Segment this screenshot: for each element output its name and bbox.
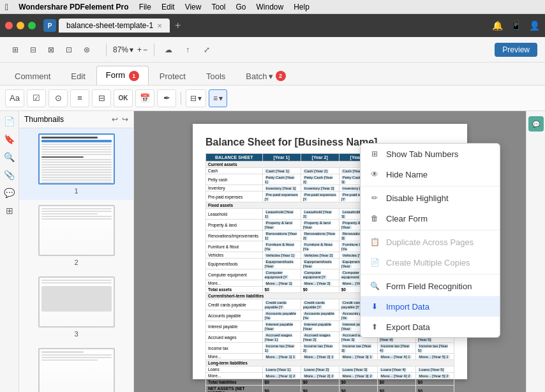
tab-batch[interactable]: Batch ▾ 2	[236, 66, 295, 85]
row-loans: Loans	[206, 366, 263, 373]
show-tab-numbers-icon: ⊞	[370, 149, 380, 159]
duplicate-icon: 📋	[370, 237, 380, 247]
close-button[interactable]	[5, 22, 13, 29]
right-sidebar-chat-button[interactable]: 💬	[528, 116, 544, 132]
user-icon[interactable]: 👤	[529, 20, 540, 31]
create-multiple-icon: 📄	[370, 257, 380, 268]
batch-tab-badge: 2	[276, 71, 286, 81]
chevron-down-icon-2: ▾	[219, 94, 223, 103]
menu-view[interactable]: View	[185, 3, 202, 11]
row-accounts-payable: Accounts payable	[206, 310, 263, 321]
dropdown-create-multiple: 📄 Create Multiple Copies	[361, 252, 500, 273]
dropdown-duplicate: 📋 Duplicate Across Pages	[361, 232, 500, 252]
dropdown-hide-name[interactable]: 👁 Hide Name	[361, 164, 500, 185]
tab-form[interactable]: Form 1	[96, 66, 149, 85]
menu-go[interactable]: Go	[235, 3, 246, 11]
zoom-in-button[interactable]: +	[137, 45, 142, 54]
minimize-button[interactable]	[17, 22, 24, 29]
row-accrued: Accrued wages	[206, 332, 263, 343]
row-total-assets: Total assets	[206, 287, 263, 293]
form-align-dropdown[interactable]: ⊟ ▾	[186, 89, 206, 107]
thumb-redo-icon[interactable]: ↪	[122, 115, 128, 124]
row-income-tax: Income tax	[206, 343, 263, 354]
dropdown-show-tab-numbers[interactable]: ⊞ Show Tab Numbers	[361, 144, 500, 164]
thumb-num-1: 1	[74, 187, 78, 195]
sidebar-comment-icon[interactable]: 💬	[4, 188, 15, 198]
dropdown-export-data[interactable]: ⬆ Export Data	[361, 317, 500, 337]
dropdown-disable-highlight[interactable]: ✏ Disable Highlight	[361, 188, 500, 208]
thumbnail-page-3[interactable]: 3	[19, 271, 133, 343]
thumbnail-header: Thumbnails ↩ ↪	[19, 111, 133, 128]
dropdown-form-field[interactable]: 🔍 Form Field Recognition	[361, 276, 500, 296]
toolbar-icon-5[interactable]: ⊛	[79, 42, 94, 57]
sidebar-attachment-icon[interactable]: 📎	[4, 170, 15, 180]
thumbnail-page-1[interactable]: 1	[19, 128, 133, 200]
duplicate-label: Duplicate Across Pages	[386, 237, 474, 247]
expand-button[interactable]: ⤢	[199, 42, 214, 57]
toolbar-sep-2	[154, 43, 154, 56]
tab-close-button[interactable]: ✕	[157, 22, 162, 29]
menu-window[interactable]: Window	[256, 3, 283, 11]
import-data-icon: ⬇	[370, 301, 380, 312]
thumbnail-page-4[interactable]: 4	[19, 343, 133, 392]
row-more2: More...	[206, 354, 263, 360]
tab-edit[interactable]: Edit	[61, 67, 94, 85]
form-tool-checkbox[interactable]: ☑	[27, 89, 46, 107]
sidebar-search-icon[interactable]: 🔍	[4, 152, 15, 162]
sidebar-layers-icon[interactable]: ⊞	[6, 206, 13, 216]
hide-name-icon: 👁	[370, 169, 380, 179]
toolbar-sep-1	[106, 43, 107, 56]
new-tab-button[interactable]: +	[175, 20, 181, 31]
mobile-icon[interactable]: 📱	[511, 20, 521, 31]
row-prepaid: Pre-paid expenses	[206, 192, 263, 202]
form-tool-radio[interactable]: ⊙	[49, 89, 68, 107]
form-toolbar: Aa ☑ ⊙ ≡ ⊟ OK 📅 ✒ ⊟ ▾ ≡ ▾	[0, 86, 545, 111]
dropdown-import-data[interactable]: ⬇ Import Data	[361, 296, 500, 317]
menu-edit[interactable]: Edit	[161, 3, 175, 11]
right-sidebar: 💬	[526, 111, 545, 392]
thumbnail-page-2[interactable]: 2	[19, 200, 133, 271]
options-icon: ≡	[213, 94, 218, 103]
thumb-img-4	[38, 348, 115, 392]
thumb-undo-icon[interactable]: ↩	[112, 115, 118, 124]
form-tool-button[interactable]: OK	[114, 89, 133, 107]
cloud-upload-button[interactable]: ☁	[161, 42, 176, 57]
preview-button[interactable]: Preview	[495, 43, 537, 57]
form-tool-date[interactable]: 📅	[135, 89, 154, 107]
form-field-label: Form Field Recognition	[386, 282, 472, 291]
toolbar-icon-2[interactable]: ⊟	[26, 42, 41, 57]
tab-comment[interactable]: Comment	[5, 67, 60, 85]
main-toolbar: ⊞ ⊟ ⊠ ⊡ ⊛ 87% ▾ + − ☁ ↑ ⤢ Preview	[0, 37, 545, 63]
maximize-button[interactable]	[28, 22, 36, 29]
form-tool-list[interactable]: ≡	[70, 89, 89, 107]
dropdown-clear-form[interactable]: 🗑 Clear Form	[361, 208, 500, 229]
zoom-group: 87% ▾ + −	[113, 45, 147, 54]
tab-tools[interactable]: Tools	[197, 67, 235, 85]
menu-file[interactable]: File	[139, 3, 151, 11]
nav-tabs: Comment Edit Form 1 Protect Tools Batch …	[0, 63, 545, 86]
zoom-out-button[interactable]: −	[143, 45, 147, 54]
tab-protect[interactable]: Protect	[150, 67, 195, 85]
active-tab[interactable]: balance-sheet-template-1 ✕	[59, 19, 170, 33]
thumb-num-3: 3	[74, 330, 78, 338]
thumbnails-label: Thumbnails	[24, 115, 64, 124]
thumbnail-panel: Thumbnails ↩ ↪	[19, 111, 134, 392]
toolbar-icon-4[interactable]: ⊡	[61, 42, 77, 57]
menu-tool[interactable]: Tool	[211, 3, 225, 11]
row-vehicles: Vehicles	[206, 252, 263, 259]
toolbar-icon-1[interactable]: ⊞	[8, 42, 23, 57]
toolbar-icon-3[interactable]: ⊠	[43, 42, 59, 57]
form-tool-sign[interactable]: ✒	[157, 89, 176, 107]
toolbar-nav: ⊞ ⊟ ⊠ ⊡ ⊛	[8, 42, 94, 57]
sidebar-bookmark-icon[interactable]: 🔖	[4, 134, 15, 144]
row-furniture: Furniture & fitout	[206, 241, 263, 252]
form-tool-text[interactable]: Aa	[5, 89, 24, 107]
form-options-dropdown[interactable]: ≡ ▾	[209, 89, 227, 107]
sidebar-page-icon[interactable]: 📄	[4, 116, 15, 126]
share-button[interactable]: ↑	[180, 42, 195, 57]
form-tool-sep-1	[181, 92, 181, 105]
notification-icon[interactable]: 🔔	[492, 20, 503, 31]
menu-help[interactable]: Help	[294, 3, 310, 11]
form-tool-dropdown[interactable]: ⊟	[92, 89, 111, 107]
zoom-dropdown-icon[interactable]: ▾	[130, 45, 133, 54]
